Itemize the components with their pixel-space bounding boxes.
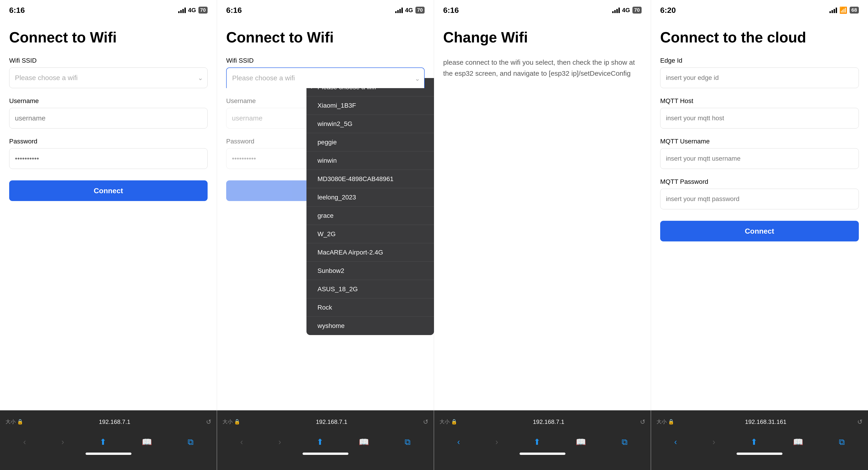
dropdown-item-4[interactable]: winwin	[306, 151, 434, 170]
share-button-4[interactable]: ⬆	[746, 437, 762, 447]
share-button-1[interactable]: ⬆	[95, 437, 111, 447]
mqtt-host-label: MQTT Host	[660, 97, 859, 105]
mqtt-host-input[interactable]	[660, 108, 859, 128]
wifi-icon-4: 📶	[839, 6, 847, 14]
dropdown-item-6[interactable]: leelong_2023	[306, 188, 434, 207]
url-prefix-4: 大小 🔒	[656, 418, 674, 425]
connect-button-1[interactable]: Connect	[9, 180, 208, 201]
status-bar-1: 6:16 4G 70	[0, 0, 217, 20]
screen-2: 6:16 4G 70 Connect to Wifi Wifi SSID Ple…	[217, 0, 434, 470]
home-indicator-2	[303, 452, 348, 455]
dropdown-item-3[interactable]: peggie	[306, 133, 434, 151]
screen1-title: Connect to Wifi	[9, 29, 208, 46]
signal-bars-4	[830, 7, 837, 13]
wifi-dropdown-2: Please choose a wifi Xiaomi_1B3F winwin2…	[306, 78, 434, 335]
status-bar-3: 6:16 4G 70	[434, 0, 651, 20]
forward-button-1[interactable]: ›	[57, 437, 69, 447]
wifi-ssid-group-2: Wifi SSID Please choose a wifi ⌄	[226, 57, 425, 88]
battery-badge-4: 68	[850, 7, 859, 13]
dropdown-item-11[interactable]: ASUS_18_2G	[306, 280, 434, 298]
url-bar-4: 大小 🔒 192.168.31.161 ↺	[656, 413, 863, 431]
share-button-3[interactable]: ⬆	[529, 437, 545, 447]
mqtt-host-group: MQTT Host	[660, 97, 859, 128]
edge-id-input[interactable]	[660, 67, 859, 88]
refresh-icon-1[interactable]: ↺	[206, 418, 211, 426]
status-icons-1: 4G 70	[178, 7, 208, 14]
password-group-1: Password	[9, 138, 208, 169]
screen-1: 6:16 4G 70 Connect to Wifi Wifi SSID Ple…	[0, 0, 217, 470]
bookmarks-button-1[interactable]: 📖	[137, 437, 157, 447]
bottom-bar-3: 大小 🔒 192.168.7.1 ↺ ‹ › ⬆ 📖 ⧉	[434, 410, 651, 470]
dropdown-item-10[interactable]: Sunbow2	[306, 262, 434, 280]
signal-bars-3	[612, 7, 620, 13]
url-text-4: 192.168.31.161	[674, 418, 857, 425]
nav-bar-4: ‹ › ⬆ 📖 ⧉	[656, 433, 863, 451]
dropdown-item-5[interactable]: MD3080E-4898CAB48961	[306, 170, 434, 188]
url-prefix-1: 大小 🔒	[5, 418, 23, 425]
share-button-2[interactable]: ⬆	[312, 437, 328, 447]
url-bar-3: 大小 🔒 192.168.7.1 ↺	[439, 413, 645, 431]
url-text-3: 192.168.7.1	[457, 418, 640, 425]
screen4-content: Connect to the cloud Edge Id MQTT Host M…	[651, 20, 868, 410]
forward-button-3[interactable]: ›	[491, 437, 503, 447]
dropdown-item-12[interactable]: Rock	[306, 298, 434, 317]
wifi-ssid-select-wrapper-2: Please choose a wifi ⌄	[226, 67, 425, 88]
change-wifi-description: please connect to the wifi you select, t…	[443, 57, 642, 79]
battery-badge-1: 70	[198, 7, 208, 13]
mqtt-username-label: MQTT Username	[660, 138, 859, 145]
url-prefix-3: 大小 🔒	[439, 418, 457, 425]
bookmarks-button-4[interactable]: 📖	[788, 437, 808, 447]
bottom-bar-2: 大小 🔒 192.168.7.1 ↺ ‹ › ⬆ 📖 ⧉	[217, 410, 434, 470]
username-input-1[interactable]	[9, 108, 208, 128]
status-icons-3: 4G 70	[612, 7, 642, 14]
wifi-ssid-select-wrapper-1: Please choose a wifi ⌄	[9, 67, 208, 88]
url-text-2: 192.168.7.1	[240, 418, 423, 425]
dropdown-item-2[interactable]: winwin2_5G	[306, 115, 434, 133]
tabs-button-4[interactable]: ⧉	[834, 437, 849, 447]
home-indicator-4	[737, 452, 782, 455]
signal-bars-2	[395, 7, 403, 13]
edge-id-group: Edge Id	[660, 57, 859, 88]
back-button-4[interactable]: ‹	[670, 437, 682, 447]
dropdown-item-13[interactable]: wyshome	[306, 317, 434, 335]
tabs-button-2[interactable]: ⧉	[400, 437, 415, 447]
dropdown-item-8[interactable]: W_2G	[306, 225, 434, 243]
connect-button-4[interactable]: Connect	[660, 221, 859, 241]
forward-button-4[interactable]: ›	[708, 437, 720, 447]
username-group-1: Username	[9, 97, 208, 128]
signal-bars-1	[178, 7, 186, 13]
wifi-ssid-select-active-2[interactable]: Please choose a wifi	[226, 67, 425, 88]
wifi-ssid-select-1[interactable]: Please choose a wifi	[9, 67, 208, 88]
nav-bar-1: ‹ › ⬆ 📖 ⧉	[5, 433, 211, 451]
mqtt-username-input[interactable]	[660, 148, 859, 169]
password-input-1[interactable]	[9, 148, 208, 169]
screen4-title: Connect to the cloud	[660, 29, 859, 46]
tabs-button-3[interactable]: ⧉	[617, 437, 632, 447]
network-type-2: 4G	[405, 7, 413, 14]
status-icons-2: 4G 70	[395, 7, 425, 14]
mqtt-password-label: MQTT Password	[660, 178, 859, 185]
screen-4: 6:20 📶 68 Connect to the cloud Edge Id M…	[651, 0, 868, 470]
bookmarks-button-2[interactable]: 📖	[354, 437, 374, 447]
mqtt-password-input[interactable]	[660, 189, 859, 209]
back-button-1[interactable]: ‹	[19, 437, 31, 447]
refresh-icon-3[interactable]: ↺	[640, 418, 645, 426]
back-button-3[interactable]: ‹	[453, 437, 465, 447]
username-label-1: Username	[9, 97, 208, 105]
chevron-down-icon-2: ⌄	[415, 75, 420, 82]
status-time-2: 6:16	[226, 6, 242, 15]
dropdown-item-9[interactable]: MacAREA Airport-2.4G	[306, 243, 434, 262]
network-type-3: 4G	[622, 7, 630, 14]
refresh-icon-4[interactable]: ↺	[857, 418, 863, 426]
status-time-3: 6:16	[443, 6, 459, 15]
refresh-icon-2[interactable]: ↺	[423, 418, 428, 426]
tabs-button-1[interactable]: ⧉	[183, 437, 198, 447]
bookmarks-button-3[interactable]: 📖	[571, 437, 591, 447]
back-button-2[interactable]: ‹	[236, 437, 248, 447]
dropdown-item-7[interactable]: grace	[306, 207, 434, 225]
dropdown-item-1[interactable]: Xiaomi_1B3F	[306, 96, 434, 115]
status-bar-2: 6:16 4G 70	[217, 0, 434, 20]
bottom-bar-4: 大小 🔒 192.168.31.161 ↺ ‹ › ⬆ 📖 ⧉	[651, 410, 868, 470]
status-time-4: 6:20	[660, 6, 676, 15]
forward-button-2[interactable]: ›	[274, 437, 286, 447]
